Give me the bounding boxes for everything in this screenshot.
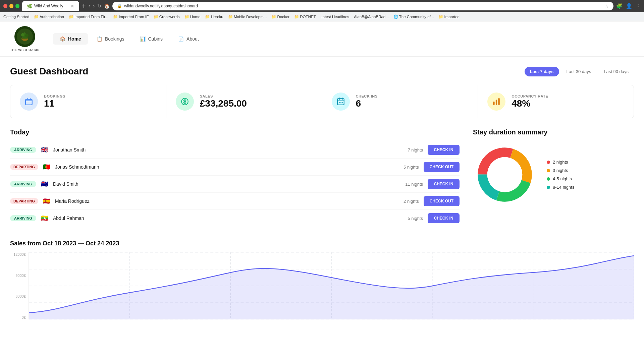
main-nav: 🏠 Home 📋 Bookings 📊 Cabins 📄 About	[53, 33, 206, 45]
logo-area: THE WILD OASIS	[10, 26, 40, 52]
nav-about[interactable]: 📄 About	[171, 33, 206, 45]
nav-bookings[interactable]: 📋 Bookings	[90, 33, 131, 45]
bookmark-dotnet[interactable]: 📁 DOTNET	[294, 14, 316, 19]
chart-svg-container	[29, 252, 634, 319]
bookmark-alanb[interactable]: AlanB@AlanBRad...	[354, 15, 389, 19]
bookmark-getting-started[interactable]: Getting Started	[3, 15, 29, 19]
bookmark-community[interactable]: 🌐 The Community of...	[393, 14, 434, 19]
sales-chart-title: Sales from Oct 18 2023 — Oct 24 2023	[10, 240, 634, 247]
tab-close-icon[interactable]: ✕	[70, 3, 74, 9]
menu-icon[interactable]: ⋮	[636, 3, 641, 9]
bookmark-latest-headlines[interactable]: Latest Headlines	[320, 15, 349, 19]
bookmark-star-icon[interactable]: ☆	[605, 4, 609, 9]
stat-card-bookings: BOOKINGS 11	[10, 85, 166, 118]
profile-icon[interactable]: 👤	[626, 3, 632, 9]
nav-cabins-label: Cabins	[148, 36, 163, 42]
bookmark-imported[interactable]: 📁 Imported	[438, 14, 460, 19]
bookmark-imported-ie[interactable]: 📁 Imported From IE	[113, 14, 149, 19]
svg-point-17	[487, 157, 523, 192]
logo-title: THE WILD OASIS	[10, 48, 40, 52]
y-label-0: 0£	[10, 315, 26, 319]
sales-stat-value: £33,285.00	[200, 98, 247, 109]
refresh-button[interactable]: ↻	[97, 3, 101, 9]
new-tab-button[interactable]: +	[82, 3, 86, 9]
check-in-btn-1[interactable]: CHECK IN	[428, 145, 460, 155]
table-row: DEPARTING 🇪🇸 Maria Rodriguez 2 nights CH…	[10, 193, 460, 210]
bookmark-imported-fir[interactable]: 📁 Imported From Fir...	[69, 14, 108, 19]
dashboard-title: Guest Dashboard	[10, 66, 88, 77]
y-label-9000: 9000£	[10, 274, 26, 278]
legend-dot-3nights	[547, 169, 550, 172]
check-in-btn-3[interactable]: CHECK IN	[428, 179, 460, 189]
bookmark-docker[interactable]: 📁 Docker	[271, 14, 289, 19]
nights-2: 5 nights	[397, 165, 419, 170]
bookmark-home[interactable]: 📁 Home	[184, 14, 201, 19]
guest-name-2: Jonas Schmedtmann	[55, 164, 392, 170]
stat-card-sales: SALES £33,285.00	[166, 85, 322, 118]
cabins-nav-icon: 📊	[140, 36, 146, 42]
sales-stat-label: SALES	[200, 94, 247, 98]
donut-chart	[473, 143, 537, 206]
table-row: ARRIVING 🇦🇺 David Smith 11 nights CHECK …	[10, 176, 460, 193]
check-in-btn-5[interactable]: CHECK IN	[428, 213, 460, 223]
home-button[interactable]: 🏠	[104, 3, 110, 9]
status-badge-arriving-1: ARRIVING	[10, 147, 36, 153]
window-close-btn[interactable]	[3, 4, 7, 8]
checkins-icon-wrap	[332, 93, 350, 111]
bookings-stat-label: BOOKINGS	[44, 94, 65, 98]
today-section: Today ARRIVING 🇬🇧 Jonathan Smith 7 night…	[10, 128, 460, 227]
bookmark-authentication[interactable]: 📁 Authentication	[34, 14, 64, 19]
home-nav-icon: 🏠	[60, 36, 65, 42]
flag-5: 🇲🇲	[41, 215, 48, 222]
stat-card-checkins: CHECK INS 6	[322, 85, 478, 118]
filter-90days[interactable]: Last 90 days	[598, 67, 634, 76]
app-container: THE WILD OASIS 🏠 Home 📋 Bookings 📊 Cabin…	[0, 21, 644, 326]
occupancy-stat-info: OCCUPANCY RATE 48%	[512, 94, 548, 109]
legend-label-45nights: 4-5 nights	[553, 176, 572, 181]
sales-stat-info: SALES £33,285.00	[200, 94, 247, 109]
bookmark-mobile-dev[interactable]: 📁 Mobile Developm...	[228, 14, 267, 19]
legend-label-3nights: 3 nights	[553, 168, 568, 173]
window-minimize-btn[interactable]	[9, 4, 13, 8]
nav-bookings-label: Bookings	[105, 36, 124, 42]
svg-point-5	[25, 34, 29, 37]
occupancy-stat-label: OCCUPANCY RATE	[512, 94, 548, 98]
dashboard: Guest Dashboard Last 7 days Last 30 days…	[0, 57, 644, 326]
legend-item-2nights: 2 nights	[547, 160, 574, 165]
nights-3: 11 nights	[401, 182, 423, 187]
url-text: wildandwoolly.netlify.app/guestdashboard	[124, 4, 603, 8]
filter-30days[interactable]: Last 30 days	[561, 67, 597, 76]
flag-2: 🇵🇹	[43, 163, 50, 171]
donut-container: 2 nights 3 nights 4-5 nights 8-14 n	[473, 139, 634, 210]
nights-1: 7 nights	[401, 147, 423, 153]
checkins-stat-label: CHECK INS	[356, 94, 378, 98]
svg-rect-10	[496, 100, 497, 105]
forward-button[interactable]: ›	[93, 3, 95, 9]
y-axis: 12000£ 9000£ 6000£ 0£	[10, 252, 29, 319]
stat-card-occupancy: OCCUPANCY RATE 48%	[478, 85, 634, 118]
back-button[interactable]: ‹	[89, 3, 90, 9]
address-bar[interactable]: 🔒 wildandwoolly.netlify.app/guestdashboa…	[112, 2, 613, 10]
y-label-12000: 12000£	[10, 252, 26, 256]
guest-name-5: Abdul Rahman	[53, 216, 396, 221]
bookmark-heroku[interactable]: 📁 Heroku	[205, 14, 223, 19]
nav-home[interactable]: 🏠 Home	[53, 33, 88, 45]
nights-4: 2 nights	[397, 199, 419, 204]
nav-cabins[interactable]: 📊 Cabins	[133, 33, 170, 45]
filter-7days[interactable]: Last 7 days	[525, 67, 559, 76]
status-badge-departing-2: DEPARTING	[10, 164, 38, 170]
bookmark-crosswords[interactable]: 📁 Crosswords	[154, 14, 180, 19]
browser-tab[interactable]: 🌿 Wild And Woolly ✕	[22, 1, 79, 11]
logo-circle	[14, 26, 35, 47]
extensions-icon[interactable]: 🧩	[616, 3, 623, 9]
check-out-btn-2[interactable]: CHECK OUT	[424, 162, 460, 172]
svg-rect-9	[493, 102, 495, 105]
status-badge-departing-4: DEPARTING	[10, 198, 38, 204]
stats-row: BOOKINGS 11 SALES £33,285.00 CHECK I	[10, 85, 634, 118]
check-out-btn-4[interactable]: CHECK OUT	[424, 196, 460, 206]
browser-actions: 🧩 👤 ⋮	[616, 3, 641, 9]
legend-item-45nights: 4-5 nights	[547, 176, 574, 181]
window-maximize-btn[interactable]	[15, 4, 19, 8]
time-filters: Last 7 days Last 30 days Last 90 days	[525, 67, 634, 76]
guest-name-3: David Smith	[53, 181, 396, 187]
